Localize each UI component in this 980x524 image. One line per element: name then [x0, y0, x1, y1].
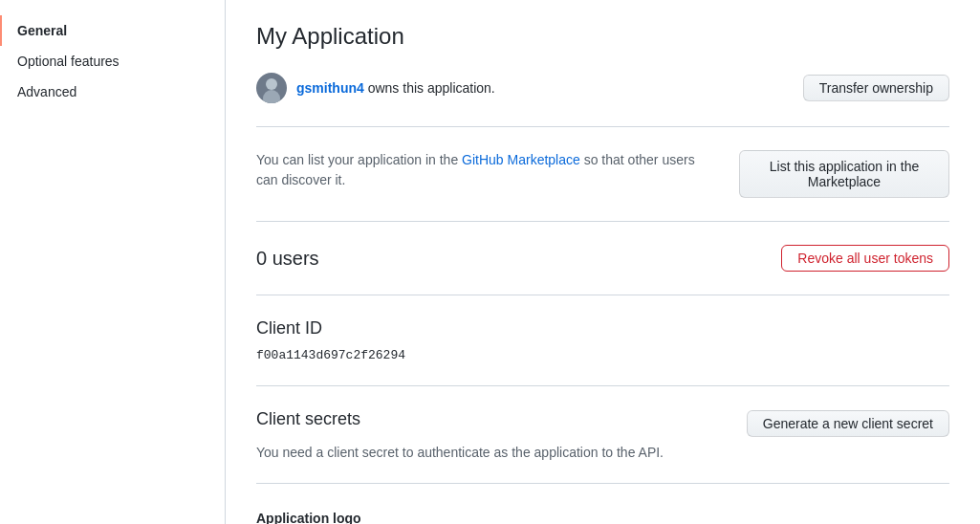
- owner-section: gsmithun4 owns this application. Transfe…: [256, 73, 949, 127]
- app-layout: General Optional features Advanced My Ap…: [0, 0, 980, 524]
- sidebar-item-optional-features[interactable]: Optional features: [0, 46, 225, 76]
- main-content: My Application gsmithun4 owns this appli…: [226, 0, 980, 524]
- users-section: 0 users Revoke all user tokens: [256, 245, 949, 295]
- app-logo-section: Application logo: [256, 507, 949, 524]
- users-count: 0 users: [256, 248, 319, 270]
- page-title: My Application: [256, 23, 949, 50]
- client-id-heading: Client ID: [256, 318, 949, 338]
- marketplace-description: You can list your application in the Git…: [256, 150, 716, 190]
- generate-secret-button[interactable]: Generate a new client secret: [747, 410, 949, 437]
- sidebar: General Optional features Advanced: [0, 0, 226, 524]
- app-logo-heading: Application logo: [256, 511, 949, 524]
- list-marketplace-button[interactable]: List this application in the Marketplace: [739, 150, 949, 198]
- client-secrets-heading: Client secrets: [256, 409, 360, 429]
- avatar: [256, 73, 287, 103]
- transfer-ownership-button[interactable]: Transfer ownership: [803, 75, 949, 101]
- owner-info: gsmithun4 owns this application.: [256, 73, 495, 103]
- revoke-tokens-button[interactable]: Revoke all user tokens: [781, 245, 949, 272]
- client-secrets-section: Client secrets Generate a new client sec…: [256, 409, 949, 484]
- github-marketplace-link[interactable]: GitHub Marketplace: [462, 152, 580, 167]
- client-id-value: f00a1143d697c2f26294: [256, 348, 405, 362]
- sidebar-item-advanced[interactable]: Advanced: [0, 76, 225, 107]
- client-secrets-header: Client secrets Generate a new client sec…: [256, 409, 949, 437]
- sidebar-item-general[interactable]: General: [0, 15, 225, 46]
- owner-username-link[interactable]: gsmithun4: [296, 80, 364, 96]
- owner-text: gsmithun4 owns this application.: [296, 80, 495, 96]
- marketplace-section: You can list your application in the Git…: [256, 150, 949, 222]
- client-id-section: Client ID f00a1143d697c2f26294: [256, 318, 949, 386]
- owner-row: gsmithun4 owns this application. Transfe…: [256, 73, 949, 103]
- client-secrets-description: You need a client secret to authenticate…: [256, 445, 949, 460]
- marketplace-row: You can list your application in the Git…: [256, 150, 949, 198]
